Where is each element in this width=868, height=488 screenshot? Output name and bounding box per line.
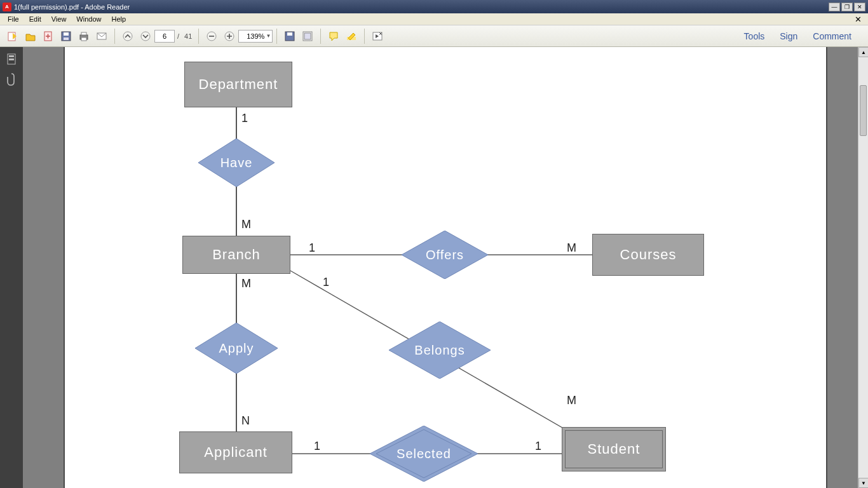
zoom-level-label: 139% (247, 32, 264, 40)
window-title: 1(full permission).pdf - Adobe Reader (14, 3, 130, 11)
relation-have: Have (198, 139, 275, 187)
toolbar-separator (320, 29, 321, 44)
entity-department: Department (184, 62, 292, 107)
thumbnails-icon[interactable] (4, 52, 18, 66)
entity-applicant: Applicant (179, 431, 292, 473)
scroll-up-icon[interactable]: ▲ (858, 47, 868, 57)
cardinality-label: 1 (309, 241, 315, 255)
er-diagram: Department Branch Courses Applicant Stud… (65, 47, 826, 488)
cardinality-label: 1 (535, 440, 541, 453)
entity-label: Branch (212, 247, 261, 263)
toolbar: / 41 139%▼ Tools Sign Comment (0, 25, 868, 47)
entity-branch: Branch (182, 236, 290, 274)
relation-belongs: Belongs (389, 322, 491, 379)
pdf-app-icon: A (3, 3, 11, 11)
menu-window[interactable]: Window (71, 14, 106, 24)
zoom-out-icon[interactable] (203, 28, 220, 44)
relation-label: Offers (426, 248, 464, 262)
cardinality-label: M (567, 241, 576, 255)
close-button[interactable]: ✕ (854, 3, 865, 11)
scroll-thumb[interactable] (860, 85, 867, 136)
page-down-icon[interactable] (137, 28, 154, 44)
chevron-down-icon: ▼ (266, 33, 271, 39)
document-area[interactable]: Department Branch Courses Applicant Stud… (23, 47, 868, 488)
zoom-level-select[interactable]: 139%▼ (238, 30, 273, 43)
sign-panel-button[interactable]: Sign (776, 29, 801, 44)
page-up-icon[interactable] (119, 28, 136, 44)
menu-file[interactable]: File (3, 14, 24, 24)
svg-rect-20 (9, 55, 14, 57)
create-pdf-icon[interactable] (40, 28, 57, 44)
relation-label: Have (220, 156, 253, 170)
nav-side-strip (0, 47, 23, 488)
toolbar-separator (364, 29, 365, 44)
restore-button[interactable]: ❐ (841, 3, 853, 11)
relation-label: Belongs (414, 343, 465, 358)
relation-label: Selected (397, 447, 451, 461)
open-icon[interactable] (22, 28, 39, 44)
svg-rect-16 (304, 33, 311, 39)
relation-label: Apply (219, 341, 254, 356)
toolbar-separator (114, 29, 115, 44)
cardinality-label: M (567, 394, 576, 407)
svg-rect-3 (64, 32, 69, 36)
entity-courses: Courses (592, 234, 704, 276)
pdf-page: Department Branch Courses Applicant Stud… (64, 47, 827, 488)
scroll-down-icon[interactable]: ▼ (858, 478, 868, 488)
svg-rect-14 (287, 32, 292, 36)
menubar: File Edit View Window Help ✕ (0, 13, 868, 25)
relation-selected: Selected (370, 426, 478, 482)
sticky-note-icon[interactable] (325, 28, 342, 44)
cardinality-label: 1 (241, 112, 248, 125)
toolbar-separator (276, 29, 277, 44)
entity-label: Student (588, 441, 641, 458)
vertical-scrollbar[interactable]: ▲ ▼ (858, 47, 868, 488)
svg-rect-21 (9, 58, 14, 60)
menu-help[interactable]: Help (106, 14, 131, 24)
page-separator-label: / (177, 32, 179, 40)
entity-label: Courses (620, 247, 677, 263)
save-icon[interactable] (58, 28, 74, 44)
cardinality-label: 1 (323, 276, 329, 289)
save-copy-icon[interactable] (281, 28, 298, 44)
cardinality-label: N (241, 414, 250, 428)
print-icon[interactable] (76, 28, 92, 44)
window-titlebar: A 1(full permission).pdf - Adobe Reader … (0, 0, 868, 13)
comment-panel-button[interactable]: Comment (809, 29, 855, 44)
page-total-label: 41 (184, 32, 192, 40)
cardinality-label: 1 (314, 440, 320, 453)
svg-point-9 (123, 32, 132, 41)
relation-offers: Offers (402, 231, 488, 279)
email-icon[interactable] (93, 28, 110, 44)
doc-close-button[interactable]: ✕ (851, 15, 865, 24)
cardinality-label: M (241, 218, 251, 231)
toolbar-separator (198, 29, 199, 44)
right-tool-panel: Tools Sign Comment (740, 29, 864, 44)
svg-rect-7 (81, 37, 86, 41)
cardinality-label: M (241, 277, 251, 290)
svg-rect-6 (81, 32, 86, 35)
minimize-button[interactable]: — (829, 3, 840, 11)
export-pdf-icon[interactable] (4, 28, 21, 44)
read-mode-icon[interactable] (369, 28, 386, 44)
attachments-icon[interactable] (4, 72, 18, 86)
zoom-in-icon[interactable] (221, 28, 238, 44)
highlight-icon[interactable] (343, 28, 360, 44)
entity-student: Student (562, 427, 666, 471)
tools-panel-button[interactable]: Tools (740, 29, 769, 44)
entity-label: Applicant (204, 444, 268, 461)
entity-label: Department (199, 76, 278, 93)
relation-apply: Apply (195, 323, 278, 374)
svg-rect-4 (64, 37, 69, 40)
snapshot-icon[interactable] (299, 28, 316, 44)
menu-view[interactable]: View (46, 14, 72, 24)
workspace: Department Branch Courses Applicant Stud… (0, 47, 868, 488)
menu-edit[interactable]: Edit (24, 14, 46, 24)
svg-point-10 (141, 32, 150, 41)
page-number-input[interactable] (154, 30, 175, 43)
